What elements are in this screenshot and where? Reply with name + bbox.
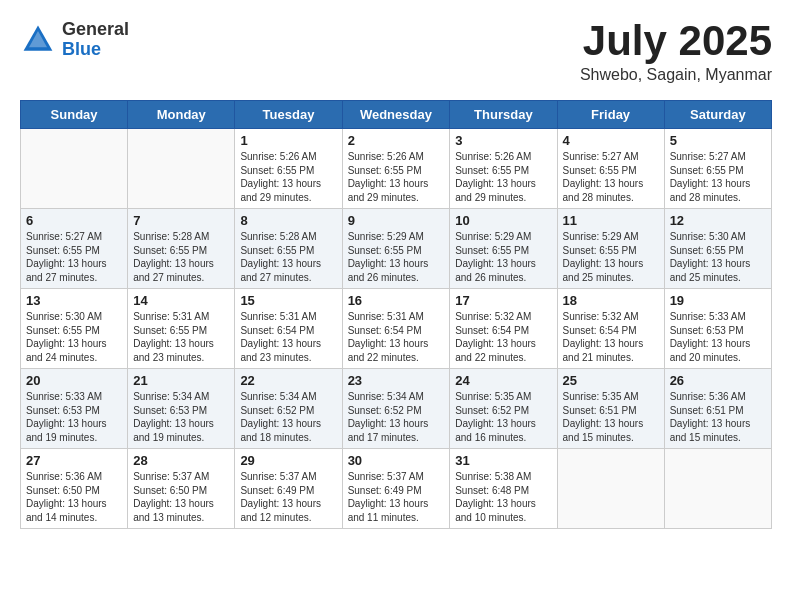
calendar-cell: 20Sunrise: 5:33 AMSunset: 6:53 PMDayligh… bbox=[21, 369, 128, 449]
cell-content: Sunrise: 5:34 AMSunset: 6:52 PMDaylight:… bbox=[240, 390, 336, 444]
cell-content: Sunrise: 5:31 AMSunset: 6:55 PMDaylight:… bbox=[133, 310, 229, 364]
calendar-cell: 15Sunrise: 5:31 AMSunset: 6:54 PMDayligh… bbox=[235, 289, 342, 369]
cell-content: Sunrise: 5:37 AMSunset: 6:49 PMDaylight:… bbox=[240, 470, 336, 524]
cell-content: Sunrise: 5:29 AMSunset: 6:55 PMDaylight:… bbox=[455, 230, 551, 284]
day-number: 25 bbox=[563, 373, 659, 388]
day-number: 10 bbox=[455, 213, 551, 228]
calendar-cell: 3Sunrise: 5:26 AMSunset: 6:55 PMDaylight… bbox=[450, 129, 557, 209]
cell-content: Sunrise: 5:28 AMSunset: 6:55 PMDaylight:… bbox=[240, 230, 336, 284]
cell-content: Sunrise: 5:30 AMSunset: 6:55 PMDaylight:… bbox=[670, 230, 766, 284]
cell-content: Sunrise: 5:27 AMSunset: 6:55 PMDaylight:… bbox=[670, 150, 766, 204]
calendar-cell: 23Sunrise: 5:34 AMSunset: 6:52 PMDayligh… bbox=[342, 369, 450, 449]
day-number: 11 bbox=[563, 213, 659, 228]
cell-content: Sunrise: 5:35 AMSunset: 6:52 PMDaylight:… bbox=[455, 390, 551, 444]
calendar-cell: 8Sunrise: 5:28 AMSunset: 6:55 PMDaylight… bbox=[235, 209, 342, 289]
logo-general: General bbox=[62, 20, 129, 40]
calendar-week-row: 13Sunrise: 5:30 AMSunset: 6:55 PMDayligh… bbox=[21, 289, 772, 369]
cell-content: Sunrise: 5:27 AMSunset: 6:55 PMDaylight:… bbox=[26, 230, 122, 284]
day-number: 31 bbox=[455, 453, 551, 468]
calendar-week-row: 6Sunrise: 5:27 AMSunset: 6:55 PMDaylight… bbox=[21, 209, 772, 289]
calendar-cell: 19Sunrise: 5:33 AMSunset: 6:53 PMDayligh… bbox=[664, 289, 771, 369]
day-number: 5 bbox=[670, 133, 766, 148]
day-number: 20 bbox=[26, 373, 122, 388]
location-subtitle: Shwebo, Sagain, Myanmar bbox=[580, 66, 772, 84]
day-number: 4 bbox=[563, 133, 659, 148]
cell-content: Sunrise: 5:38 AMSunset: 6:48 PMDaylight:… bbox=[455, 470, 551, 524]
calendar-cell: 6Sunrise: 5:27 AMSunset: 6:55 PMDaylight… bbox=[21, 209, 128, 289]
calendar-cell: 29Sunrise: 5:37 AMSunset: 6:49 PMDayligh… bbox=[235, 449, 342, 529]
calendar-cell: 14Sunrise: 5:31 AMSunset: 6:55 PMDayligh… bbox=[128, 289, 235, 369]
calendar-cell: 22Sunrise: 5:34 AMSunset: 6:52 PMDayligh… bbox=[235, 369, 342, 449]
calendar-cell: 21Sunrise: 5:34 AMSunset: 6:53 PMDayligh… bbox=[128, 369, 235, 449]
day-number: 12 bbox=[670, 213, 766, 228]
cell-content: Sunrise: 5:26 AMSunset: 6:55 PMDaylight:… bbox=[455, 150, 551, 204]
calendar-table: SundayMondayTuesdayWednesdayThursdayFrid… bbox=[20, 100, 772, 529]
day-number: 24 bbox=[455, 373, 551, 388]
cell-content: Sunrise: 5:33 AMSunset: 6:53 PMDaylight:… bbox=[26, 390, 122, 444]
day-number: 17 bbox=[455, 293, 551, 308]
calendar-cell: 10Sunrise: 5:29 AMSunset: 6:55 PMDayligh… bbox=[450, 209, 557, 289]
day-number: 16 bbox=[348, 293, 445, 308]
cell-content: Sunrise: 5:37 AMSunset: 6:49 PMDaylight:… bbox=[348, 470, 445, 524]
cell-content: Sunrise: 5:31 AMSunset: 6:54 PMDaylight:… bbox=[240, 310, 336, 364]
day-header-monday: Monday bbox=[128, 101, 235, 129]
cell-content: Sunrise: 5:29 AMSunset: 6:55 PMDaylight:… bbox=[348, 230, 445, 284]
calendar-cell: 9Sunrise: 5:29 AMSunset: 6:55 PMDaylight… bbox=[342, 209, 450, 289]
day-number: 8 bbox=[240, 213, 336, 228]
day-number: 13 bbox=[26, 293, 122, 308]
day-number: 19 bbox=[670, 293, 766, 308]
calendar-cell: 12Sunrise: 5:30 AMSunset: 6:55 PMDayligh… bbox=[664, 209, 771, 289]
day-number: 2 bbox=[348, 133, 445, 148]
calendar-header-row: SundayMondayTuesdayWednesdayThursdayFrid… bbox=[21, 101, 772, 129]
calendar-cell: 1Sunrise: 5:26 AMSunset: 6:55 PMDaylight… bbox=[235, 129, 342, 209]
day-header-wednesday: Wednesday bbox=[342, 101, 450, 129]
calendar-cell: 13Sunrise: 5:30 AMSunset: 6:55 PMDayligh… bbox=[21, 289, 128, 369]
cell-content: Sunrise: 5:33 AMSunset: 6:53 PMDaylight:… bbox=[670, 310, 766, 364]
cell-content: Sunrise: 5:36 AMSunset: 6:50 PMDaylight:… bbox=[26, 470, 122, 524]
day-number: 22 bbox=[240, 373, 336, 388]
cell-content: Sunrise: 5:29 AMSunset: 6:55 PMDaylight:… bbox=[563, 230, 659, 284]
day-number: 30 bbox=[348, 453, 445, 468]
day-number: 9 bbox=[348, 213, 445, 228]
day-number: 18 bbox=[563, 293, 659, 308]
calendar-cell: 4Sunrise: 5:27 AMSunset: 6:55 PMDaylight… bbox=[557, 129, 664, 209]
logo-text: General Blue bbox=[62, 20, 129, 60]
calendar-cell: 11Sunrise: 5:29 AMSunset: 6:55 PMDayligh… bbox=[557, 209, 664, 289]
cell-content: Sunrise: 5:36 AMSunset: 6:51 PMDaylight:… bbox=[670, 390, 766, 444]
cell-content: Sunrise: 5:27 AMSunset: 6:55 PMDaylight:… bbox=[563, 150, 659, 204]
calendar-cell: 26Sunrise: 5:36 AMSunset: 6:51 PMDayligh… bbox=[664, 369, 771, 449]
day-number: 7 bbox=[133, 213, 229, 228]
calendar-cell: 27Sunrise: 5:36 AMSunset: 6:50 PMDayligh… bbox=[21, 449, 128, 529]
calendar-week-row: 20Sunrise: 5:33 AMSunset: 6:53 PMDayligh… bbox=[21, 369, 772, 449]
page-header: General Blue July 2025 Shwebo, Sagain, M… bbox=[20, 20, 772, 84]
calendar-cell: 5Sunrise: 5:27 AMSunset: 6:55 PMDaylight… bbox=[664, 129, 771, 209]
calendar-cell: 30Sunrise: 5:37 AMSunset: 6:49 PMDayligh… bbox=[342, 449, 450, 529]
calendar-cell: 2Sunrise: 5:26 AMSunset: 6:55 PMDaylight… bbox=[342, 129, 450, 209]
day-number: 1 bbox=[240, 133, 336, 148]
calendar-cell bbox=[128, 129, 235, 209]
cell-content: Sunrise: 5:26 AMSunset: 6:55 PMDaylight:… bbox=[348, 150, 445, 204]
cell-content: Sunrise: 5:31 AMSunset: 6:54 PMDaylight:… bbox=[348, 310, 445, 364]
day-number: 15 bbox=[240, 293, 336, 308]
cell-content: Sunrise: 5:30 AMSunset: 6:55 PMDaylight:… bbox=[26, 310, 122, 364]
cell-content: Sunrise: 5:34 AMSunset: 6:53 PMDaylight:… bbox=[133, 390, 229, 444]
day-number: 29 bbox=[240, 453, 336, 468]
day-header-saturday: Saturday bbox=[664, 101, 771, 129]
calendar-cell: 28Sunrise: 5:37 AMSunset: 6:50 PMDayligh… bbox=[128, 449, 235, 529]
logo-blue: Blue bbox=[62, 40, 129, 60]
day-number: 14 bbox=[133, 293, 229, 308]
day-number: 26 bbox=[670, 373, 766, 388]
calendar-cell: 24Sunrise: 5:35 AMSunset: 6:52 PMDayligh… bbox=[450, 369, 557, 449]
cell-content: Sunrise: 5:37 AMSunset: 6:50 PMDaylight:… bbox=[133, 470, 229, 524]
calendar-cell: 25Sunrise: 5:35 AMSunset: 6:51 PMDayligh… bbox=[557, 369, 664, 449]
day-number: 28 bbox=[133, 453, 229, 468]
calendar-cell bbox=[21, 129, 128, 209]
day-number: 27 bbox=[26, 453, 122, 468]
cell-content: Sunrise: 5:35 AMSunset: 6:51 PMDaylight:… bbox=[563, 390, 659, 444]
cell-content: Sunrise: 5:28 AMSunset: 6:55 PMDaylight:… bbox=[133, 230, 229, 284]
logo-icon bbox=[20, 22, 56, 58]
day-number: 3 bbox=[455, 133, 551, 148]
cell-content: Sunrise: 5:34 AMSunset: 6:52 PMDaylight:… bbox=[348, 390, 445, 444]
day-header-thursday: Thursday bbox=[450, 101, 557, 129]
calendar-cell: 18Sunrise: 5:32 AMSunset: 6:54 PMDayligh… bbox=[557, 289, 664, 369]
